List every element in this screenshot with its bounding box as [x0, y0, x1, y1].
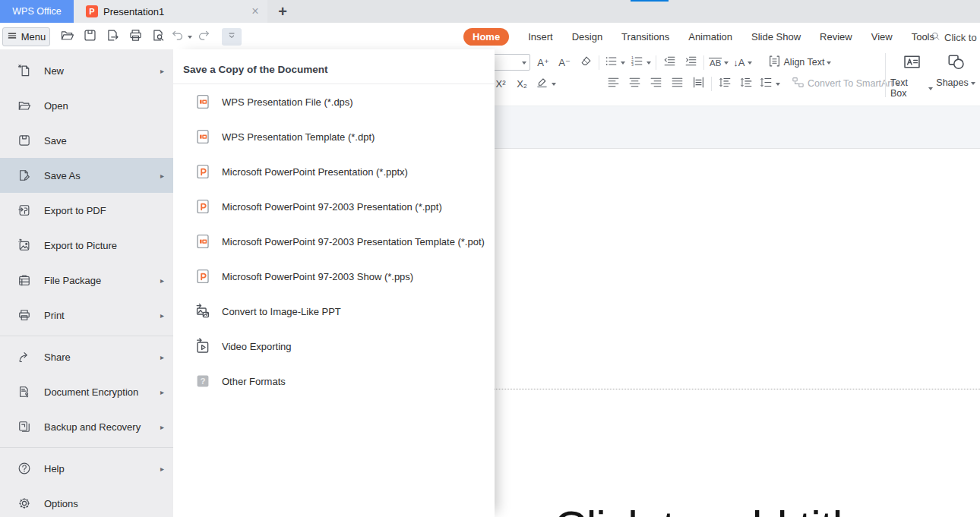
slide-title-placeholder[interactable]: Click to add title: [463, 501, 957, 517]
save-as-option-dpt[interactable]: WPS Presentation Template (*.dpt): [173, 119, 495, 154]
ribbon-tab-home[interactable]: Home: [463, 28, 509, 46]
sidebar-item-backup-and-recovery[interactable]: Backup and Recovery▸: [0, 409, 173, 444]
sidebar-item-share[interactable]: Share▸: [0, 339, 173, 374]
line-spacing-up-button[interactable]: [716, 74, 733, 93]
quick-access-icons: [58, 27, 242, 46]
subscript-button[interactable]: X₂: [514, 74, 530, 93]
sidebar-item-label: Export to PDF: [44, 205, 164, 216]
print-preview-button[interactable]: [149, 28, 167, 46]
sidebar-item-label: File Package: [44, 275, 148, 286]
sidebar-item-document-encryption[interactable]: Document Encryption▸: [0, 374, 173, 409]
text-box-button[interactable]: Text Box: [890, 52, 933, 99]
quick-access-toolbar: Menu HomeInsertDesignTransitionsAnimatio…: [0, 23, 980, 49]
increase-font-button[interactable]: A⁺: [535, 53, 552, 71]
clear-format-button[interactable]: [577, 53, 594, 71]
ribbon-row-1: A⁺ A⁻ 123 AB ↓A Align Text: [488, 52, 831, 72]
save-as-option-ppt[interactable]: Microsoft PowerPoint 97-2003 Presentatio…: [173, 189, 495, 224]
line-spacing-down-button[interactable]: [738, 74, 754, 93]
menu-button-label: Menu: [21, 31, 46, 43]
ribbon-tab-animation[interactable]: Animation: [688, 31, 732, 43]
new-icon: [17, 63, 32, 78]
sidebar-item-new[interactable]: New▸: [0, 53, 173, 88]
sidebar-divider: [0, 333, 173, 339]
sidebar-item-save[interactable]: Save: [0, 123, 173, 158]
justify-icon: [670, 75, 684, 92]
text-direction-button[interactable]: ↓A: [733, 53, 751, 71]
dropdown-arrow-icon: [748, 61, 752, 67]
close-tab-icon[interactable]: ×: [248, 4, 263, 19]
decrease-indent-button[interactable]: [661, 53, 678, 71]
align-left-button[interactable]: [605, 74, 621, 93]
save-as-option-pps[interactable]: Microsoft PowerPoint 97-2003 Show (*.pps…: [173, 259, 495, 294]
sidebar-item-export-to-pdf[interactable]: Export to PDF: [0, 193, 173, 228]
shapes-button[interactable]: Shapes: [934, 52, 977, 88]
save-as-option-dps[interactable]: WPS Presentation File (*.dps): [173, 84, 495, 119]
redo-button[interactable]: [194, 28, 213, 46]
shapes-icon: [946, 52, 966, 75]
character-spacing-button[interactable]: AB: [709, 53, 729, 71]
undo-button[interactable]: [172, 28, 190, 46]
spacing-after-icon: [739, 75, 754, 92]
ribbon-tab-view[interactable]: View: [871, 31, 893, 43]
highlight-button[interactable]: [535, 74, 556, 93]
doc-ppt-icon: [194, 162, 212, 181]
sidebar-item-label: Print: [44, 310, 148, 321]
export-to-pdf-icon: [17, 203, 32, 218]
sidebar-item-label: Save: [44, 135, 164, 147]
increase-indent-button[interactable]: [682, 53, 699, 71]
sidebar-item-open[interactable]: Open: [0, 88, 173, 123]
wps-office-home-tab[interactable]: WPS Office: [0, 0, 74, 23]
ribbon-tab-design[interactable]: Design: [572, 31, 602, 43]
justify-button[interactable]: [669, 74, 685, 93]
ribbon-search[interactable]: Click to: [930, 30, 980, 44]
save-as-option-label: Convert to Image-Like PPT: [222, 306, 341, 317]
align-right-button[interactable]: [647, 74, 664, 93]
save-as-option-pptx[interactable]: Microsoft PowerPoint Presentation (*.ppt…: [173, 154, 495, 189]
distribute-button[interactable]: [690, 74, 707, 93]
save-as-option-pot[interactable]: Microsoft PowerPoint 97-2003 Presentatio…: [173, 224, 495, 259]
decrease-font-button[interactable]: A⁻: [556, 53, 573, 71]
sidebar-item-help[interactable]: Help▸: [0, 451, 173, 486]
numbering-button[interactable]: 123: [630, 53, 651, 71]
dropdown-arrow-icon: [522, 61, 526, 67]
align-text-button[interactable]: Align Text: [767, 53, 832, 71]
export-button[interactable]: [103, 28, 122, 46]
sidebar-item-save-as[interactable]: Save As▸: [0, 158, 173, 193]
convert-image-icon: [194, 302, 212, 320]
line-spacing-button[interactable]: [759, 74, 780, 93]
save-button[interactable]: [81, 28, 99, 46]
toolbar-collapse-button[interactable]: [222, 28, 242, 46]
ribbon-tab-insert[interactable]: Insert: [528, 31, 553, 43]
ribbon-tab-review[interactable]: Review: [820, 31, 852, 43]
title-placeholder-top-border: [486, 389, 980, 389]
document-tab[interactable]: P Presentation1: [74, 0, 267, 23]
sidebar-item-file-package[interactable]: File Package▸: [0, 263, 173, 298]
dropdown-arrow-icon: [552, 83, 556, 88]
ribbon-tab-transitions[interactable]: Transitions: [621, 31, 669, 43]
sidebar-item-options[interactable]: Options: [0, 486, 173, 517]
save-as-option-other-formats[interactable]: ?Other Formats: [173, 364, 495, 399]
save-as-option-label: WPS Presentation File (*.dps): [222, 96, 353, 108]
new-tab-button[interactable]: +: [273, 2, 292, 21]
document-tab-title: Presentation1: [103, 6, 164, 17]
print-button[interactable]: [126, 28, 144, 46]
superscript-button[interactable]: X²: [492, 74, 509, 93]
ribbon-tab-slide-show[interactable]: Slide Show: [751, 31, 801, 43]
submenu-title: Save a Copy of the Document: [173, 49, 495, 84]
bullets-button[interactable]: [604, 53, 625, 71]
sidebar-item-print[interactable]: Print▸: [0, 298, 173, 333]
convert-smartart-button[interactable]: Convert To SmartArt: [791, 74, 900, 93]
open-button[interactable]: [58, 28, 76, 46]
menu-button[interactable]: Menu: [2, 27, 50, 46]
print-icon: [17, 307, 32, 323]
save-as-option-video-exporting[interactable]: Video Exporting: [173, 329, 495, 364]
sidebar-item-export-to-picture[interactable]: Export to Picture: [0, 228, 173, 263]
sidebar-item-label: Save As: [44, 170, 148, 181]
submenu-arrow-icon: ▸: [160, 276, 164, 285]
align-center-button[interactable]: [626, 74, 643, 93]
undo-dropdown-arrow-icon[interactable]: [188, 36, 192, 41]
decrease-indent-icon: [662, 54, 677, 71]
save-as-option-convert-image-ppt[interactable]: Convert to Image-Like PPT: [173, 294, 495, 329]
file-package-icon: [17, 273, 32, 288]
undo-icon: [169, 27, 185, 46]
